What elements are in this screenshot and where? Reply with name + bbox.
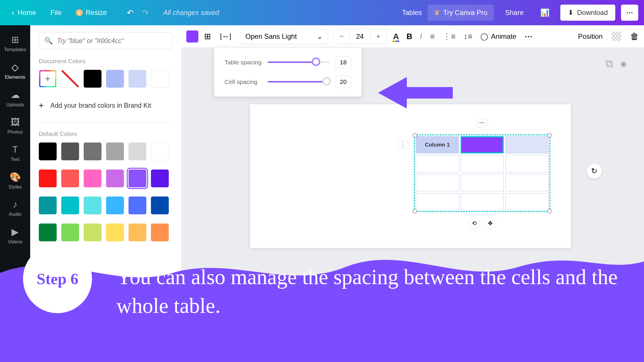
color-swatch[interactable] xyxy=(151,143,169,160)
nav-elements[interactable]: ◇ Elements xyxy=(0,57,30,85)
save-status: All changes saved xyxy=(163,9,219,17)
table-cell[interactable] xyxy=(416,193,459,210)
resize-handle[interactable] xyxy=(547,209,552,213)
no-color-swatch[interactable] xyxy=(61,70,79,88)
table-header-cell[interactable] xyxy=(505,136,549,153)
color-swatch[interactable] xyxy=(84,70,101,88)
color-swatch[interactable] xyxy=(84,170,101,187)
color-swatch[interactable] xyxy=(106,70,124,88)
slider-thumb[interactable] xyxy=(312,57,320,66)
table-cell[interactable] xyxy=(416,174,459,191)
list-button[interactable]: ⋮≡ xyxy=(443,32,455,41)
spacing-button[interactable]: |↔| xyxy=(216,29,235,44)
increase-size-button[interactable]: + xyxy=(370,29,386,44)
row-menu-button[interactable]: ⋮ xyxy=(397,140,409,149)
table-cell[interactable] xyxy=(416,155,459,172)
more-menu-button[interactable]: ⋯ xyxy=(621,5,638,21)
undo-button[interactable]: ↶ xyxy=(127,8,133,18)
canvas-page[interactable]: ••• ⋮ Column 1 xyxy=(250,104,571,248)
color-swatch[interactable] xyxy=(39,170,57,187)
color-swatch[interactable] xyxy=(106,197,124,214)
insights-button[interactable]: 📊 xyxy=(535,4,555,21)
file-button[interactable]: File xyxy=(45,6,67,20)
color-swatch[interactable] xyxy=(84,197,101,214)
font-size-value[interactable]: 24 xyxy=(350,30,371,43)
table-cell[interactable] xyxy=(505,155,549,172)
resize-button[interactable]: ♛ Resize xyxy=(70,6,112,20)
table-header-cell[interactable]: Column 1 xyxy=(416,136,459,153)
border-button[interactable]: ⊞ xyxy=(201,29,214,44)
redo-button[interactable]: ↷ xyxy=(142,8,149,18)
add-color-button[interactable]: + xyxy=(39,70,57,88)
more-tools-button[interactable]: ⋯ xyxy=(524,32,532,41)
add-page-button[interactable]: ⊕ xyxy=(620,60,627,69)
color-swatch[interactable] xyxy=(61,170,79,187)
table-cell[interactable] xyxy=(461,174,504,191)
color-swatch[interactable] xyxy=(129,197,146,214)
table-spacing-input[interactable] xyxy=(336,56,351,68)
color-swatch[interactable] xyxy=(39,143,57,160)
italic-button[interactable]: I xyxy=(420,32,422,41)
align-button[interactable]: ≡ xyxy=(430,32,435,41)
color-search[interactable]: 🔍 xyxy=(39,32,172,49)
audio-icon: ♪ xyxy=(13,199,18,210)
table-cell[interactable] xyxy=(505,193,549,210)
move-button[interactable]: ✥ xyxy=(484,217,496,229)
nav-audio[interactable]: ♪ Audio xyxy=(0,195,30,222)
table-cell[interactable] xyxy=(461,155,504,172)
color-swatch[interactable] xyxy=(129,170,146,187)
color-swatch[interactable] xyxy=(61,143,79,160)
transparency-button[interactable] xyxy=(612,32,621,41)
table-spacing-slider[interactable] xyxy=(268,61,330,63)
nav-styles[interactable]: 🎨 Styles xyxy=(0,167,30,195)
table-cell[interactable] xyxy=(461,193,504,210)
templates-icon: ⊞ xyxy=(11,34,19,45)
color-swatch[interactable] xyxy=(106,170,124,187)
cell-spacing-slider[interactable] xyxy=(268,81,330,83)
nav-photos[interactable]: 🖼 Photos xyxy=(0,112,30,140)
page-actions: ⿻ ⊕ xyxy=(606,60,627,69)
bold-button[interactable]: B xyxy=(407,32,412,41)
refresh-button[interactable]: ↻ xyxy=(586,163,602,179)
slider-thumb[interactable] xyxy=(322,77,331,86)
table-header-cell-selected[interactable] xyxy=(461,136,504,153)
delete-button[interactable]: 🗑 xyxy=(630,32,639,41)
brand-kit-button[interactable]: + Add your brand colors in Brand Kit xyxy=(39,97,172,114)
animate-button[interactable]: ◯ Animate xyxy=(480,32,516,41)
color-swatch[interactable] xyxy=(39,197,57,214)
home-label: Home xyxy=(18,9,36,17)
resize-handle[interactable] xyxy=(413,209,417,213)
color-swatch[interactable] xyxy=(151,170,169,187)
try-pro-button[interactable]: ♛ Try Canva Pro xyxy=(428,5,494,21)
duplicate-page-button[interactable]: ⿻ xyxy=(606,60,614,69)
color-swatch[interactable] xyxy=(129,143,146,160)
color-search-input[interactable] xyxy=(57,37,167,45)
table-cell[interactable] xyxy=(505,174,549,191)
tables-link[interactable]: Tables xyxy=(402,9,422,17)
nav-label: Audio xyxy=(9,211,21,217)
home-button[interactable]: ‹ Home xyxy=(6,5,42,20)
download-button[interactable]: ⬇ Download xyxy=(560,5,615,21)
color-swatch[interactable] xyxy=(61,197,79,214)
fill-color-button[interactable] xyxy=(186,30,198,43)
cell-spacing-input[interactable] xyxy=(336,76,351,88)
font-select[interactable]: Open Sans Light ⌄ xyxy=(240,29,328,44)
nav-text[interactable]: T Text xyxy=(0,140,30,167)
nav-templates[interactable]: ⊞ Templates xyxy=(0,30,30,57)
text-color-button[interactable]: A xyxy=(393,32,399,41)
color-swatch[interactable] xyxy=(151,197,169,214)
nav-uploads[interactable]: ☁ Uploads xyxy=(0,85,30,112)
table-element[interactable]: ••• ⋮ Column 1 xyxy=(414,134,550,212)
resize-handle[interactable] xyxy=(413,133,417,138)
color-swatch[interactable] xyxy=(106,143,124,160)
sync-button[interactable]: ⟲ xyxy=(468,217,480,229)
resize-handle[interactable] xyxy=(547,133,552,138)
line-spacing-button[interactable]: ↕≡ xyxy=(464,32,472,41)
table-menu-button[interactable]: ••• xyxy=(476,119,488,127)
color-swatch[interactable] xyxy=(151,70,169,88)
color-swatch[interactable] xyxy=(84,143,101,160)
decrease-size-button[interactable]: − xyxy=(334,29,349,44)
color-swatch[interactable] xyxy=(129,70,146,88)
position-button[interactable]: Position xyxy=(578,32,603,41)
share-button[interactable]: Share xyxy=(499,5,529,21)
